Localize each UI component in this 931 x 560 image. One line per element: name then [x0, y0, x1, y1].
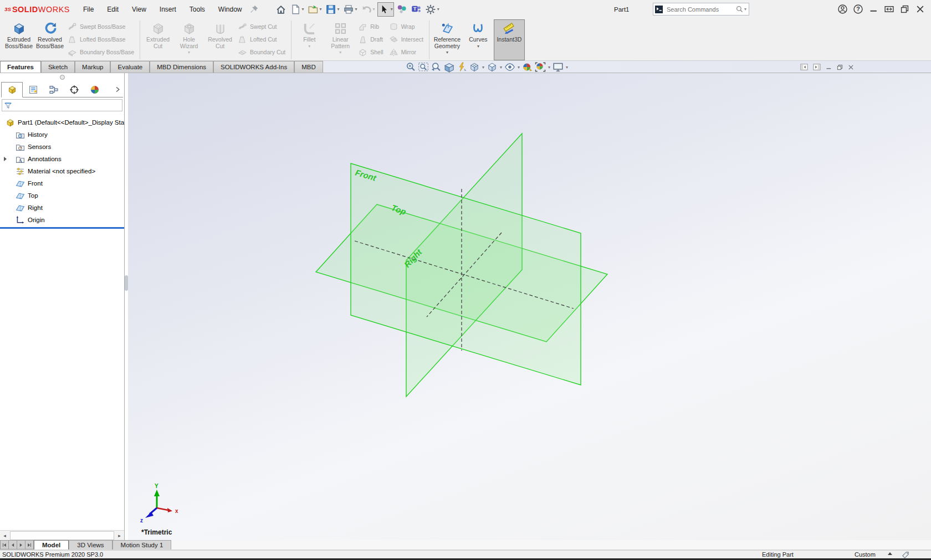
tab-dimxpertmanager[interactable] [64, 82, 84, 97]
apply-scene-dropdown-caret[interactable]: ▾ [548, 65, 550, 70]
revolved-cut-button[interactable]: Revolved Cut [204, 19, 236, 60]
reference-geometry-button[interactable]: Reference Geometry▾ [432, 19, 463, 60]
search-dropdown-caret[interactable]: ▾ [744, 7, 746, 12]
curves-dropdown-caret[interactable]: ▾ [477, 44, 479, 49]
section-view-button[interactable] [443, 61, 454, 73]
panel-collapse-handle[interactable] [0, 73, 124, 81]
restore-button[interactable] [899, 4, 910, 14]
tab-configurationmanager[interactable] [43, 82, 64, 97]
save-button[interactable]: ▾ [324, 2, 341, 17]
tag-icon[interactable] [902, 551, 909, 559]
tree-item-annotations[interactable]: AAnnotations [0, 153, 124, 165]
unit-system-text[interactable]: Custom [855, 551, 876, 558]
save-dropdown-caret[interactable]: ▾ [337, 7, 340, 12]
rib-button[interactable]: Rib [358, 21, 383, 32]
print-dropdown-caret[interactable]: ▾ [355, 7, 357, 12]
3dexperience-dots-button[interactable] [395, 2, 408, 17]
display-style-dropdown-caret[interactable]: ▾ [500, 65, 502, 70]
menu-tools[interactable]: Tools [184, 3, 211, 16]
reference-geometry-dropdown-caret[interactable]: ▾ [446, 50, 448, 55]
intersect-button[interactable]: Intersect [389, 34, 423, 45]
minimize-document-button[interactable] [825, 64, 832, 71]
previous-view-button[interactable] [431, 61, 442, 73]
ms-teams-button[interactable]: T [410, 2, 423, 17]
unit-system-caret[interactable] [888, 552, 892, 555]
scrollbar-thumb[interactable] [10, 531, 114, 540]
extruded-boss-base-button[interactable]: Extruded Boss/Base [3, 19, 34, 60]
lofted-cut-button[interactable]: Lofted Cut [238, 34, 285, 45]
tab-solidworks-add-ins[interactable]: SOLIDWORKS Add-Ins [213, 61, 294, 73]
pin-icon[interactable] [249, 4, 259, 14]
tree-item-material[interactable]: Material <not specified> [0, 165, 124, 177]
graphics-viewport[interactable]: Front Top Right Y x z *Trimetric [128, 73, 931, 540]
zoom-fit-button[interactable] [405, 61, 416, 73]
search-commands-box[interactable]: ▾ [653, 3, 749, 16]
span-displays-button[interactable] [884, 4, 894, 14]
restore-document-button[interactable] [836, 64, 843, 71]
tab-featuremanager[interactable] [1, 82, 23, 97]
doc-tab-model[interactable]: Model [34, 540, 69, 549]
panel-tabs-overflow-button[interactable] [112, 82, 123, 97]
linear-pattern-button[interactable]: Linear Pattern▾ [325, 19, 356, 60]
view-settings-dropdown-caret[interactable]: ▾ [566, 65, 568, 70]
user-account-button[interactable] [837, 4, 848, 14]
close-button[interactable] [915, 4, 925, 14]
open-folder-dropdown-caret[interactable]: ▾ [320, 7, 322, 12]
tree-item-front[interactable]: Front [0, 177, 124, 189]
hole-wizard-dropdown-caret[interactable]: ▾ [188, 50, 190, 55]
tree-item-origin[interactable]: Origin [0, 214, 124, 226]
view-settings-button[interactable] [553, 61, 564, 73]
options-gear-button[interactable]: ▾ [424, 2, 441, 17]
tree-item-top[interactable]: Top [0, 189, 124, 202]
wrap-button[interactable]: Wrap [389, 21, 423, 32]
tree-filter-field[interactable] [2, 99, 122, 111]
extruded-cut-button[interactable]: Extruded Cut [142, 19, 173, 60]
search-commands-input[interactable] [666, 6, 735, 13]
tree-item-sensors[interactable]: Sensors [0, 141, 124, 153]
lofted-boss-base-button[interactable]: Lofted Boss/Base [68, 34, 134, 45]
hide-show-items-button[interactable] [504, 61, 515, 73]
edit-appearance-button[interactable] [522, 61, 533, 73]
fillet-button[interactable]: Fillet▾ [294, 19, 325, 60]
hole-wizard-button[interactable]: Hole Wizard▾ [173, 19, 204, 60]
tab-features[interactable]: Features [0, 61, 41, 73]
instant3d-button[interactable]: Instant3D [494, 19, 525, 60]
zoom-area-button[interactable] [418, 61, 429, 73]
undo-dropdown-caret[interactable]: ▾ [373, 7, 375, 12]
linear-pattern-dropdown-caret[interactable]: ▾ [339, 50, 341, 55]
undo-button[interactable]: ▾ [360, 2, 376, 17]
tree-item-part1[interactable]: Part1 (Default<<Default>_Display State [0, 116, 124, 129]
hide-show-items-dropdown-caret[interactable]: ▾ [518, 65, 520, 70]
menu-edit[interactable]: Edit [101, 3, 124, 16]
open-folder-button[interactable]: ▾ [306, 2, 323, 17]
rollback-bar[interactable] [0, 227, 124, 229]
swept-cut-button[interactable]: Swept Cut [238, 21, 285, 32]
revolved-boss-base-button[interactable]: Revolved Boss/Base [34, 19, 65, 60]
select-cursor-dropdown-caret[interactable]: ▾ [391, 7, 393, 12]
tab-mbd-dimensions[interactable]: MBD Dimensions [150, 61, 213, 73]
magnifier-icon[interactable] [735, 5, 744, 13]
select-cursor-button[interactable]: ▾ [377, 2, 394, 17]
mirror-button[interactable]: Mirror [389, 47, 423, 58]
collapse-right-document-button[interactable] [812, 63, 821, 71]
nav-last-button[interactable] [25, 540, 34, 549]
shell-button[interactable]: Shell [358, 47, 383, 58]
display-style-button[interactable] [487, 61, 498, 73]
panel-splitter-grip[interactable] [125, 275, 128, 291]
doc-tab-3d-views[interactable]: 3D Views [69, 540, 112, 549]
annotation-views-button[interactable] [456, 61, 467, 73]
options-gear-dropdown-caret[interactable]: ▾ [437, 7, 439, 12]
menu-view[interactable]: View [126, 3, 152, 16]
new-document-button[interactable]: ▾ [289, 2, 305, 17]
boundary-cut-button[interactable]: Boundary Cut [238, 47, 285, 58]
minimize-button[interactable] [868, 4, 879, 14]
tab-propertymanager[interactable] [23, 82, 43, 97]
fillet-dropdown-caret[interactable]: ▾ [308, 44, 310, 49]
nav-prev-button[interactable] [9, 540, 17, 549]
print-button[interactable]: ▾ [342, 2, 359, 17]
menu-window[interactable]: Window [213, 3, 248, 16]
close-document-button[interactable] [847, 64, 855, 71]
nav-first-button[interactable] [0, 540, 9, 549]
draft-button[interactable]: Draft [358, 34, 383, 45]
scroll-left-arrow[interactable]: ◂ [0, 531, 9, 540]
